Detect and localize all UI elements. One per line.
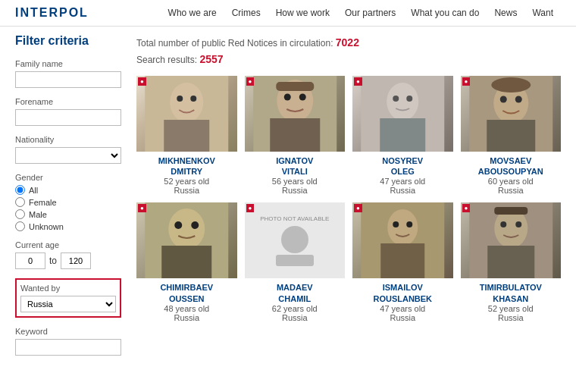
person-image-wrapper: ● bbox=[245, 76, 346, 152]
person-name-line2: KHASAN bbox=[461, 293, 562, 304]
filter-sidebar: Filter criteria Family name Forename Nat… bbox=[15, 34, 121, 365]
gender-male-label: Male bbox=[29, 210, 47, 219]
person-card-nosyrev[interactable]: ● NOSYREV OLEG 47 years old Russia bbox=[352, 76, 453, 196]
nav-crimes[interactable]: Crimes bbox=[224, 0, 268, 27]
person-name-line2: ABOUSOUPYAN bbox=[461, 166, 562, 177]
person-name-line2: OLEG bbox=[352, 166, 453, 177]
svg-point-36 bbox=[515, 221, 521, 227]
age-to-input[interactable] bbox=[61, 252, 91, 269]
person-country: Russia bbox=[245, 186, 346, 195]
person-age: 48 years old bbox=[136, 304, 237, 313]
wanted-by-select[interactable]: Russia USA France Germany bbox=[20, 296, 116, 312]
gender-male[interactable]: Male bbox=[15, 209, 121, 219]
results-count: 2557 bbox=[199, 53, 223, 65]
person-name-line2: DMITRY bbox=[136, 166, 237, 177]
svg-point-9 bbox=[299, 93, 305, 100]
family-name-input[interactable] bbox=[15, 71, 121, 88]
gender-unknown[interactable]: Unknown bbox=[15, 221, 121, 231]
person-name-line2: ROUSLANBEK bbox=[352, 293, 453, 304]
person-name: ISMAILOV bbox=[352, 282, 453, 293]
person-photo-svg bbox=[461, 202, 562, 278]
person-name: MOVSAEV bbox=[461, 155, 562, 166]
svg-rect-2 bbox=[164, 120, 209, 152]
person-image-wrapper: ● bbox=[461, 76, 562, 152]
forename-input[interactable] bbox=[15, 109, 121, 126]
person-card-ignatov[interactable]: ● IGNATOV VITALI 56 years old Russia bbox=[245, 76, 346, 196]
svg-point-35 bbox=[500, 221, 506, 227]
person-name: NOSYREV bbox=[352, 155, 453, 166]
nationality-group: Nationality bbox=[15, 135, 121, 164]
person-photo-svg bbox=[352, 202, 453, 278]
nav-how-we-work[interactable]: How we work bbox=[268, 0, 337, 27]
svg-point-8 bbox=[283, 93, 290, 100]
keyword-label: Keyword bbox=[15, 327, 121, 336]
person-card-ismailov[interactable]: ● ISMAILOV ROUSLANBEK 47 years old Russi… bbox=[352, 202, 453, 322]
svg-point-15 bbox=[406, 96, 412, 102]
gender-all-radio[interactable] bbox=[15, 185, 25, 195]
current-age-label: Current age bbox=[15, 240, 121, 249]
person-age: 60 years old bbox=[461, 177, 562, 186]
svg-point-14 bbox=[393, 96, 399, 102]
total-count: 7022 bbox=[336, 36, 359, 49]
person-card-chimirbaev[interactable]: ● CHIMIRBAEV OUSSEN 48 years old Russia bbox=[136, 202, 237, 322]
forename-group: Forename bbox=[15, 97, 121, 126]
person-image-wrapper: ● bbox=[352, 76, 453, 152]
age-range: to bbox=[15, 252, 121, 269]
svg-point-4 bbox=[190, 96, 196, 102]
svg-point-25 bbox=[174, 221, 182, 229]
person-card-madaev[interactable]: PHOTO NOT AVAILABLE ● MADAEV CHAMIL 62 y… bbox=[245, 202, 346, 322]
nav-want[interactable]: Want bbox=[524, 0, 561, 27]
person-image bbox=[461, 202, 562, 278]
header: INTERPOL Who we are Crimes How we work O… bbox=[0, 0, 576, 27]
wanted-by-label: Wanted by bbox=[20, 284, 116, 293]
results-main: Total number of public Red Notices in ci… bbox=[136, 34, 561, 365]
svg-rect-29 bbox=[380, 243, 424, 278]
gender-unknown-radio[interactable] bbox=[15, 221, 25, 231]
person-photo-svg bbox=[136, 202, 237, 278]
svg-rect-24 bbox=[161, 246, 211, 278]
gender-radio-group: All Female Male Unknown bbox=[15, 185, 121, 231]
person-age: 56 years old bbox=[245, 177, 346, 186]
gender-female[interactable]: Female bbox=[15, 197, 121, 207]
red-notice-badge: ● bbox=[246, 77, 255, 86]
nationality-select[interactable] bbox=[15, 147, 121, 164]
person-name-line2: CHAMIL bbox=[245, 293, 346, 304]
age-from-input[interactable] bbox=[15, 252, 45, 269]
total-line: Total number of public Red Notices in ci… bbox=[136, 34, 561, 51]
nav-who-we-are[interactable]: Who we are bbox=[161, 0, 224, 27]
current-age-group: Current age to bbox=[15, 240, 121, 269]
svg-point-19 bbox=[499, 96, 506, 102]
nav-what-you-can-do[interactable]: What you can do bbox=[403, 0, 487, 27]
svg-rect-7 bbox=[270, 118, 320, 152]
person-photo-svg bbox=[461, 76, 562, 152]
svg-point-23 bbox=[168, 209, 205, 249]
age-to-label: to bbox=[49, 256, 57, 266]
svg-point-31 bbox=[406, 221, 412, 227]
gender-all[interactable]: All bbox=[15, 185, 121, 195]
nav-our-partners[interactable]: Our partners bbox=[337, 0, 403, 27]
person-photo-svg bbox=[245, 76, 346, 152]
person-card-mikhnenkov[interactable]: ● MIKHNENKOV DMITRY 52 years old Russia bbox=[136, 76, 237, 196]
photo-not-available: PHOTO NOT AVAILABLE bbox=[245, 202, 346, 278]
gender-female-radio[interactable] bbox=[15, 197, 25, 207]
person-card-movsaev[interactable]: ● MOVSAEV ABOUSOUPYAN 60 years old Russi… bbox=[461, 76, 562, 196]
person-name: CHIMIRBAEV bbox=[136, 282, 237, 293]
person-country: Russia bbox=[461, 186, 562, 195]
person-age: 47 years old bbox=[352, 177, 453, 186]
total-prefix: Total number of public Red Notices in ci… bbox=[136, 38, 336, 49]
svg-point-12 bbox=[387, 83, 418, 121]
keyword-input[interactable] bbox=[15, 339, 121, 356]
person-age: 52 years old bbox=[136, 177, 237, 186]
svg-rect-34 bbox=[487, 246, 534, 278]
family-name-group: Family name bbox=[15, 59, 121, 88]
nav-news[interactable]: News bbox=[487, 0, 524, 27]
nationality-label: Nationality bbox=[15, 135, 121, 144]
person-card-timirbulatov[interactable]: ● TIMIRBULATOV KHASAN 52 years old Russi… bbox=[461, 202, 562, 322]
person-country: Russia bbox=[352, 186, 453, 195]
person-name: IGNATOV bbox=[245, 155, 346, 166]
person-country: Russia bbox=[352, 313, 453, 322]
person-image bbox=[352, 202, 453, 278]
person-image bbox=[461, 76, 562, 152]
gender-male-radio[interactable] bbox=[15, 209, 25, 219]
person-name: MADAEV bbox=[245, 282, 346, 293]
